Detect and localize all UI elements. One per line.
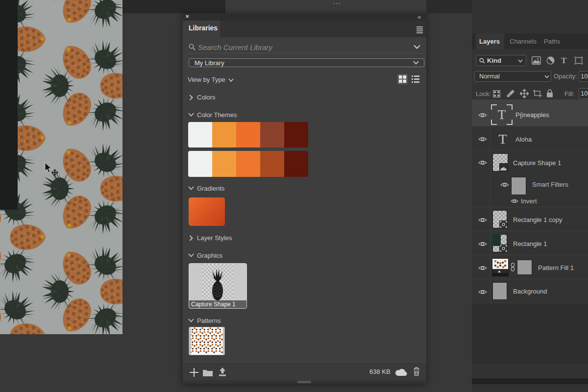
svg-text:T: T xyxy=(498,107,506,122)
